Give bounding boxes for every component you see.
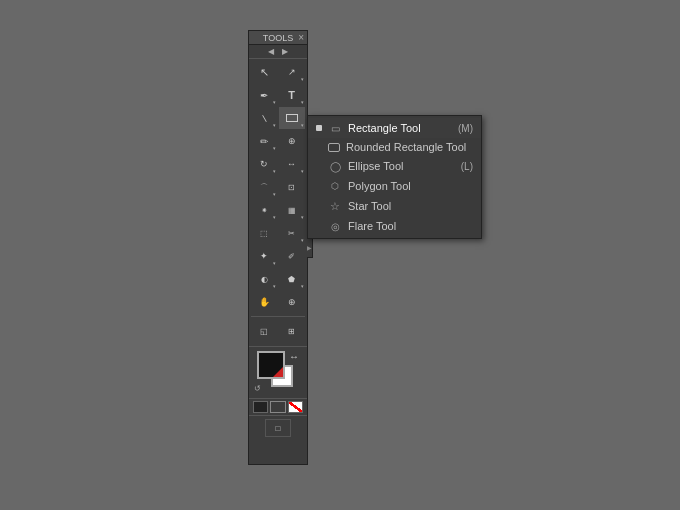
live-paint-button[interactable]: ⬟ ▾ (279, 268, 305, 290)
artboard-icon: ⬚ (260, 229, 268, 238)
pen-icon: ✒ (260, 90, 268, 101)
blend-button[interactable]: ◐ ▾ (251, 268, 277, 290)
spray-icon: ⁕ (261, 206, 268, 215)
submenu-arrow-icon8: ▾ (301, 168, 304, 174)
polygon-tool-icon (328, 179, 342, 193)
paintbrush-tool-button[interactable]: ✏ ▾ (251, 130, 277, 152)
blob-icon: ⊕ (288, 136, 296, 146)
panel-expand-icon[interactable]: ▶ (282, 47, 288, 56)
reset-colors-icon[interactable]: ↺ (254, 384, 261, 393)
zoom-button[interactable]: ⊕ (279, 291, 305, 313)
shape-tool-button[interactable]: ▾ (279, 107, 305, 129)
empty-indicator2 (316, 163, 322, 169)
gradient-tool-button[interactable]: ◱ (251, 320, 277, 342)
toolbar-divider1 (251, 316, 305, 317)
submenu-arrow-icon: ▾ (301, 76, 304, 82)
ellipse-tool-menu-item[interactable]: Ellipse Tool (L) (308, 156, 481, 176)
star-tool-label: Star Tool (348, 200, 391, 212)
warp-icon: ⌒ (260, 182, 268, 193)
star-tool-icon (328, 199, 342, 213)
empty-indicator3 (316, 183, 322, 189)
arrow2-icon: ↗ (288, 67, 296, 77)
mesh-button[interactable]: ⊞ (279, 320, 305, 342)
ellipse-tool-label: Ellipse Tool (348, 160, 403, 172)
brush-icon: ✏ (260, 136, 268, 147)
swap-colors-icon[interactable]: ↔ (289, 351, 299, 362)
toolbar-title: TOOLS × (249, 31, 307, 45)
stroke-mode-button[interactable] (270, 401, 285, 413)
rounded-rectangle-tool-icon (328, 143, 340, 152)
slice-button[interactable]: ✂ ▾ (279, 222, 305, 244)
rectangle-tool-menu-item[interactable]: Rectangle Tool (M) (308, 118, 481, 138)
gradient2-icon: ◱ (260, 327, 268, 336)
warp-tool-button[interactable]: ⌒ ▾ (251, 176, 277, 198)
type-tool-button[interactable]: T ▾ (279, 84, 305, 106)
flare-tool-label: Flare Tool (348, 220, 396, 232)
submenu-arrow-icon3: ▾ (301, 99, 304, 105)
hand-button[interactable]: ✋ (251, 291, 277, 313)
submenu-arrow-icon15: ▾ (301, 283, 304, 289)
flare-tool-menu-item[interactable]: Flare Tool (308, 216, 481, 236)
submenu-arrow-icon12: ▾ (301, 237, 304, 243)
none-mode-button[interactable] (288, 401, 303, 413)
submenu-arrow-icon9: ▾ (273, 191, 276, 197)
zoom-icon: ⊕ (288, 297, 296, 307)
submenu-arrow-icon2: ▾ (273, 99, 276, 105)
empty-indicator5 (316, 223, 322, 229)
submenu-arrow-icon7: ▾ (273, 168, 276, 174)
active-indicator (316, 125, 322, 131)
selection-tool-button[interactable]: ↖ (251, 61, 277, 83)
artboard-button[interactable]: ⬚ (251, 222, 277, 244)
direct-select-tool-button[interactable]: ↗ ▾ (279, 61, 305, 83)
rectangle-tool-shortcut: (M) (458, 123, 473, 134)
toolbar-panel: TOOLS × ◀ ▶ ↖ ↗ ▾ ✒ ▾ T ▾ (248, 30, 308, 465)
close-icon[interactable]: × (298, 32, 304, 43)
line-icon: / (259, 113, 269, 123)
panel-grab-handle[interactable]: ▶ (307, 238, 313, 258)
rectangle-icon (286, 114, 298, 122)
column-graph-button[interactable]: ▦ ▾ (279, 199, 305, 221)
star-tool-menu-item[interactable]: Star Tool (308, 196, 481, 216)
foreground-swatch[interactable] (257, 351, 285, 379)
rectangle-tool-icon (328, 121, 342, 135)
empty-indicator (316, 144, 322, 150)
shape-tools-dropdown: Rectangle Tool (M) Rounded Rectangle Too… (307, 115, 482, 239)
free-transform-button[interactable]: ⊡ (279, 176, 305, 198)
rotate-icon: ↻ (260, 159, 268, 169)
hand-icon: ✋ (259, 297, 270, 307)
transform-icon: ⊡ (288, 183, 295, 192)
empty-indicator4 (316, 203, 322, 209)
rounded-rectangle-tool-menu-item[interactable]: Rounded Rectangle Tool (308, 138, 481, 156)
eyedropper-icon: ✦ (260, 251, 268, 261)
submenu-arrow-icon11: ▾ (301, 214, 304, 220)
measure-button[interactable]: ✐ (279, 245, 305, 267)
polygon-tool-menu-item[interactable]: Polygon Tool (308, 176, 481, 196)
arrow-icon: ↖ (260, 66, 269, 79)
slice-icon: ✂ (288, 229, 295, 238)
blob-brush-tool-button[interactable]: ⊕ (279, 130, 305, 152)
blend-icon: ◐ (261, 275, 268, 284)
polygon-tool-label: Polygon Tool (348, 180, 411, 192)
pen-tool-button[interactable]: ✒ ▾ (251, 84, 277, 106)
fill-mode-button[interactable] (253, 401, 268, 413)
line-tool-button[interactable]: / ▾ (251, 107, 277, 129)
flare-tool-icon (328, 219, 342, 233)
normal-view-button[interactable]: □ (265, 419, 291, 437)
submenu-arrow-icon5: ▾ (301, 122, 304, 128)
ellipse-tool-shortcut: (L) (461, 161, 473, 172)
paint-icon: ⬟ (288, 275, 295, 284)
reflect-icon: ↔ (287, 159, 296, 169)
color-section: ↔ ↺ (249, 346, 307, 398)
panel-collapse-icon[interactable]: ◀ (268, 47, 274, 56)
type-icon: T (288, 89, 295, 101)
graph-icon: ▦ (288, 206, 296, 215)
rounded-rectangle-tool-label: Rounded Rectangle Tool (346, 141, 466, 153)
submenu-arrow-icon10: ▾ (273, 214, 276, 220)
submenu-arrow-icon4: ▾ (273, 122, 276, 128)
reflect-tool-button[interactable]: ↔ ▾ (279, 153, 305, 175)
symbol-spray-button[interactable]: ⁕ ▾ (251, 199, 277, 221)
submenu-arrow-icon14: ▾ (273, 283, 276, 289)
rotate-tool-button[interactable]: ↻ ▾ (251, 153, 277, 175)
submenu-arrow-icon13: ▾ (273, 260, 276, 266)
eyedropper-button[interactable]: ✦ ▾ (251, 245, 277, 267)
